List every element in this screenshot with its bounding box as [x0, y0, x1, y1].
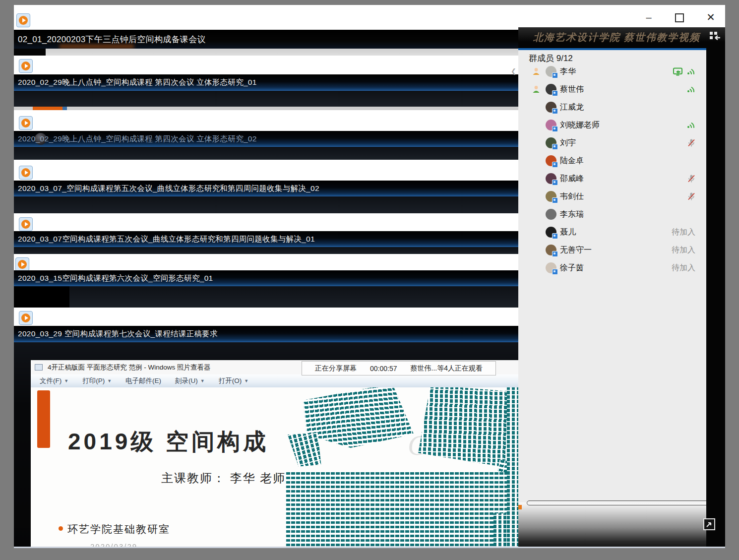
avatar: [546, 209, 556, 220]
slide-bullet-text: 环艺学院基础教研室: [67, 522, 170, 536]
waiting-to-join-label: 待加入: [672, 263, 695, 273]
member-name: 徐子茵: [560, 263, 584, 273]
panel-orange-marker: [518, 505, 522, 509]
waiting-to-join-label: 待加入: [672, 245, 695, 255]
video-window-titlebar[interactable]: 02_01_20200203下午三点钟后空间构成备课会议: [14, 30, 522, 49]
screen-share-icon[interactable]: [673, 67, 683, 76]
avatar: [546, 173, 556, 184]
video-title: 02_01_20200203下午三点钟后空间构成备课会议: [18, 34, 206, 45]
avatar: [546, 262, 556, 273]
audio-on-icon[interactable]: [686, 85, 695, 94]
avatar: [546, 245, 556, 255]
video-frame-strip: [46, 49, 518, 56]
player-seek-bar[interactable]: [527, 500, 721, 505]
share-viewers: 蔡世伟...等4人正在观看: [411, 364, 483, 373]
online-badge: [552, 126, 558, 132]
play-icon[interactable]: [19, 59, 33, 73]
layout-grid-icon[interactable]: [709, 31, 721, 41]
progress-played-segment: [33, 107, 62, 110]
share-status-label: 正在分享屏幕: [315, 364, 357, 373]
online-badge: [552, 269, 558, 275]
play-glyph-icon: [21, 313, 31, 323]
member-name: 江威龙: [560, 102, 584, 113]
member-row[interactable]: 聂儿 待加入: [518, 223, 706, 241]
minimize-button[interactable]: –: [641, 12, 657, 23]
mic-muted-icon[interactable]: [687, 174, 695, 183]
play-icon[interactable]: [19, 116, 33, 130]
member-row[interactable]: 江威龙: [518, 98, 706, 116]
video-progress-bar[interactable]: [14, 107, 518, 110]
desktop: – ✕ 02_01_20200203下午三点钟后空间构成备课会议 2020_02…: [0, 0, 739, 560]
online-badge: [552, 197, 558, 203]
member-row[interactable]: 李东瑞: [518, 205, 706, 223]
avatar: [546, 137, 556, 148]
member-row[interactable]: 刘宇: [518, 134, 706, 152]
video-title: 2020_03_07空间构成课程第五次会议_曲线立体形态研究和第四周问题收集与解…: [18, 234, 315, 245]
member-row[interactable]: 李华: [518, 62, 706, 80]
play-icon[interactable]: [19, 166, 33, 180]
avatar: [546, 155, 556, 166]
owner-role-icon: [532, 67, 541, 76]
video-frame-smudge: [60, 44, 134, 49]
avatar: [546, 84, 556, 95]
chevron-down-icon: ▼: [107, 378, 112, 383]
screen-share-status-bar: 正在分享屏幕 00:00:57 蔡世伟...等4人正在观看: [302, 361, 496, 375]
video-area: [14, 286, 518, 308]
member-row[interactable]: 邵威峰: [518, 170, 706, 187]
video-window-titlebar[interactable]: 2020_02_29晚上八点钟_空间构成课程 第四次会议 立体形态研究_02: [14, 131, 522, 147]
member-row[interactable]: 徐子茵 待加入: [518, 259, 706, 277]
member-name: 邵威峰: [560, 174, 584, 184]
video-window-titlebar[interactable]: 2020_02_29晚上八点钟_空间构成课程 第四次会议 立体形态研究_01: [14, 74, 522, 91]
member-row[interactable]: 韦剑仕: [518, 187, 706, 205]
mic-muted-icon[interactable]: [687, 192, 695, 201]
audio-on-icon[interactable]: [686, 67, 695, 76]
online-badge: [552, 90, 558, 96]
video-title: 2020_03_15空间构成课程第六次会议_空间形态研究_01: [18, 273, 213, 284]
menu-email[interactable]: 电子邮件(E): [125, 376, 161, 385]
expand-window-icon[interactable]: [703, 518, 715, 530]
video-window-titlebar[interactable]: 2020_03_15空间构成课程第六次会议_空间形态研究_01: [14, 270, 522, 286]
avatar: [546, 120, 556, 130]
panel-collapse-arrow-icon[interactable]: ❮: [511, 67, 516, 75]
video-title: 2020_03_29 空间构成课程第七次会议_课程结课正稿要求: [18, 329, 218, 339]
member-name: 刘宇: [560, 138, 576, 148]
panel-video-header: 北海艺术设计学院 蔡世伟教学视频: [518, 27, 725, 48]
menu-print[interactable]: 打印(P) ▼: [82, 376, 112, 385]
slide-accent-bar: [37, 390, 50, 448]
audio-on-icon[interactable]: [686, 121, 695, 129]
member-row[interactable]: 蔡世伟: [518, 80, 706, 98]
photo-viewer-app-icon: [35, 364, 43, 371]
member-name: 陆金卓: [560, 156, 584, 166]
member-name: 李东瑞: [560, 209, 584, 220]
menu-open[interactable]: 打开(O) ▼: [219, 376, 248, 385]
play-icon[interactable]: [15, 257, 29, 271]
video-window-titlebar[interactable]: 2020_03_29 空间构成课程第七次会议_课程结课正稿要求: [14, 326, 522, 342]
avatar: [546, 191, 556, 202]
play-glyph-icon: [17, 259, 27, 269]
play-glyph-icon: [21, 118, 31, 128]
play-icon[interactable]: [19, 311, 33, 325]
member-row[interactable]: 陆金卓: [518, 152, 706, 170]
maximize-button[interactable]: [675, 13, 684, 22]
member-name: 聂儿: [560, 227, 576, 238]
menu-file[interactable]: 文件(F) ▼: [40, 376, 68, 385]
slide-title: 2019级 空间构成: [68, 427, 269, 457]
play-icon[interactable]: [19, 217, 33, 231]
video-window-titlebar[interactable]: 2020_03_07空间构成课程第五次会议_曲线立体形态研究和第四周问题收集与解…: [14, 231, 522, 247]
progress-handle[interactable]: [62, 107, 67, 110]
member-name: 刘晓娜老师: [560, 120, 600, 130]
photo-content: Course 2019级 空间构成 主课教师： 李华 老师 环艺学院基础教研室 …: [31, 387, 518, 547]
slide-bullet-dot: [59, 526, 63, 531]
chevron-down-icon: ▼: [200, 378, 205, 383]
mic-muted-icon[interactable]: [687, 138, 695, 147]
online-badge: [552, 180, 558, 186]
play-icon[interactable]: [16, 13, 30, 27]
menu-burn[interactable]: 刻录(U) ▼: [175, 376, 205, 385]
member-list-panel: 群成员 9/12 李华 蔡世伟: [518, 50, 706, 502]
member-row[interactable]: 无善守一 待加入: [518, 241, 706, 259]
member-row[interactable]: 刘晓娜老师: [518, 116, 706, 134]
online-badge: [552, 144, 558, 150]
close-button[interactable]: ✕: [704, 11, 717, 24]
video-area: [14, 147, 518, 160]
video-window-titlebar[interactable]: 2020_03_07_空间构成课程第五次会议_曲线立体形态研究和第四周问题收集与…: [14, 181, 522, 196]
